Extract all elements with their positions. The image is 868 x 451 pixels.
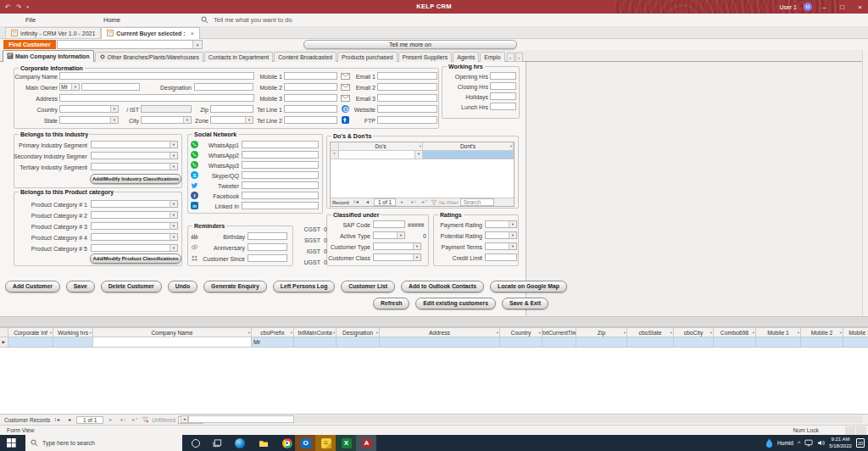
prefix-combo[interactable]: Mr▾ xyxy=(59,83,80,91)
avatar[interactable]: U xyxy=(804,3,812,11)
ist-input[interactable] xyxy=(141,105,192,113)
combo-secondary-industry-segment[interactable]: ▾ xyxy=(91,152,178,159)
combo-potential-rating[interactable]: ▾ xyxy=(485,231,517,239)
tab-emplo[interactable]: Emplo xyxy=(480,52,504,62)
input-credit-limit[interactable] xyxy=(485,253,517,261)
input-email-1[interactable] xyxy=(377,72,437,80)
taskbar-search-input[interactable]: Type here to search xyxy=(25,435,182,451)
input-linked-in[interactable] xyxy=(242,202,319,209)
combo-product-category-1[interactable]: ▾ xyxy=(91,200,178,208)
combo-payment-rating[interactable]: ▾ xyxy=(485,220,517,228)
input-whatsapp2[interactable] xyxy=(242,151,319,159)
combo-customer-type[interactable]: ▾ xyxy=(373,242,421,250)
row-selector[interactable]: ▶ xyxy=(0,337,8,347)
nav-first-button[interactable]: Ι◄ xyxy=(53,416,62,424)
tab-present-suppliers[interactable]: Present Suppliers xyxy=(398,52,453,62)
input-lunch-hrs[interactable] xyxy=(490,103,516,110)
cell-mobile-3[interactable] xyxy=(843,337,868,347)
combo-active-type[interactable]: ▾ xyxy=(373,231,405,239)
input-email-2[interactable] xyxy=(377,83,437,91)
column-header-cboprefix[interactable]: cboPrefix▾ xyxy=(252,328,294,337)
outlook-icon[interactable]: O xyxy=(300,437,311,448)
state-combo[interactable]: ▾ xyxy=(59,116,119,124)
hscroll-left-arrow[interactable]: ◄ xyxy=(181,415,188,423)
tab-agents[interactable]: Agents xyxy=(453,52,479,62)
input-mobile-3[interactable] xyxy=(284,94,337,102)
input-website[interactable] xyxy=(377,105,437,113)
doc-tab-current-buyer[interactable]: Current Buyer selected : × xyxy=(101,27,199,39)
combo-customer-class[interactable]: ▾ xyxy=(373,253,421,261)
country-combo[interactable]: ▾ xyxy=(59,105,119,113)
nav-next-button[interactable]: ► xyxy=(398,198,407,206)
column-header-country[interactable]: Country▾ xyxy=(500,328,542,337)
input-closing-hrs[interactable] xyxy=(490,82,516,90)
column-header-do-s[interactable]: Do's▾ xyxy=(339,142,423,151)
cell-designation[interactable] xyxy=(337,337,380,347)
volume-icon[interactable] xyxy=(817,439,825,448)
nav-new-record-button[interactable]: ►* xyxy=(130,416,139,424)
network-icon[interactable] xyxy=(804,439,813,448)
input-ftp[interactable] xyxy=(377,116,437,124)
cell-cbostate[interactable] xyxy=(627,337,674,347)
record-position-box[interactable]: 1 of 1 xyxy=(374,198,396,206)
donts-cell[interactable] xyxy=(423,151,514,159)
nav-previous-button[interactable]: ◄ xyxy=(363,198,372,206)
menu-file[interactable]: File xyxy=(25,16,36,24)
close-tab-icon[interactable]: × xyxy=(191,31,194,36)
weather-icon[interactable] xyxy=(765,438,773,448)
nav-last-button[interactable]: ►Ι xyxy=(118,416,127,424)
address-input[interactable] xyxy=(59,94,254,102)
close-button[interactable]: × xyxy=(854,3,865,11)
column-header-mobile-2[interactable]: Mobile 2▾ xyxy=(801,328,843,337)
tab-other-branches-plants-warehouses[interactable]: Other Branches/Plants/Warehouses xyxy=(95,52,203,62)
city-combo[interactable]: ▾ xyxy=(141,116,192,124)
column-header-company-name[interactable]: Company Name▾ xyxy=(93,328,252,337)
column-header-designation[interactable]: Designation▾ xyxy=(337,328,380,337)
start-button[interactable] xyxy=(7,438,16,448)
input-skype-qq[interactable] xyxy=(242,171,319,179)
button-save-exit[interactable]: Save & Exit xyxy=(502,298,548,309)
input-mobile-1[interactable] xyxy=(284,72,337,80)
button-save[interactable]: Save xyxy=(66,281,95,292)
filter-icon[interactable] xyxy=(431,199,437,206)
button-delete-customer[interactable]: Delete Customer xyxy=(101,281,162,292)
column-header-address[interactable]: Address▾ xyxy=(380,328,500,337)
button-left-persons-log[interactable]: Left Persons Log xyxy=(273,281,336,292)
cell-mobile-2[interactable] xyxy=(801,337,843,347)
button-refresh[interactable]: Refresh xyxy=(373,298,409,309)
cell-address[interactable] xyxy=(380,337,500,347)
dos-cell[interactable]: ▾ xyxy=(339,151,423,159)
column-header-cbostate[interactable]: cboState▾ xyxy=(627,328,674,337)
sticky-notes-icon[interactable]: ≡ xyxy=(320,437,331,448)
cortana-icon[interactable] xyxy=(190,437,201,448)
nav-new-record-button[interactable]: ►* xyxy=(420,198,429,206)
restore-button[interactable]: □ xyxy=(837,3,848,11)
column-header-working-hrs[interactable]: Working hrs▾ xyxy=(53,328,93,337)
input-facebook[interactable] xyxy=(242,192,319,199)
cell-country[interactable] xyxy=(500,337,542,347)
view-shortcut-buttons[interactable] xyxy=(845,426,866,435)
task-view-icon[interactable] xyxy=(212,437,223,448)
combo-product-category-5[interactable]: ▾ xyxy=(91,244,178,252)
input-mobile-2[interactable] xyxy=(284,83,337,91)
excel-icon[interactable]: X xyxy=(341,437,352,448)
button-edit-existing-customers[interactable]: Edit existing customers xyxy=(415,298,496,309)
nav-last-button[interactable]: ►Ι xyxy=(409,198,418,206)
button-undo[interactable]: Undo xyxy=(168,281,198,292)
edge-icon[interactable] xyxy=(234,437,245,448)
combo-primary-industry-segment[interactable]: ▾ xyxy=(91,141,178,148)
hscroll-track[interactable] xyxy=(188,415,862,423)
input-tel-line-2[interactable] xyxy=(284,116,337,124)
find-customer-combo[interactable]: ▾ xyxy=(57,40,203,49)
combo-product-category-3[interactable]: ▾ xyxy=(91,222,178,230)
nav-first-button[interactable]: Ι◄ xyxy=(352,198,361,206)
tab-contacts-in-department[interactable]: Contacts in Department xyxy=(204,52,273,62)
cell-cbocity[interactable] xyxy=(674,337,714,347)
combo-product-category-4[interactable]: ▾ xyxy=(91,233,178,241)
input-email-3[interactable] xyxy=(377,94,437,102)
tab-main-company-information[interactable]: Main Company Information xyxy=(3,50,94,62)
cell-txtcurrenttin[interactable] xyxy=(542,337,576,347)
doc-tab-infinity[interactable]: Infinity - CRM Ver 1.0 - 2021 xyxy=(5,27,101,38)
add-modify-product-button[interactable]: Add/Modify Product Classifications xyxy=(90,253,181,264)
column-header-combo698[interactable]: Combo698▾ xyxy=(714,328,756,337)
